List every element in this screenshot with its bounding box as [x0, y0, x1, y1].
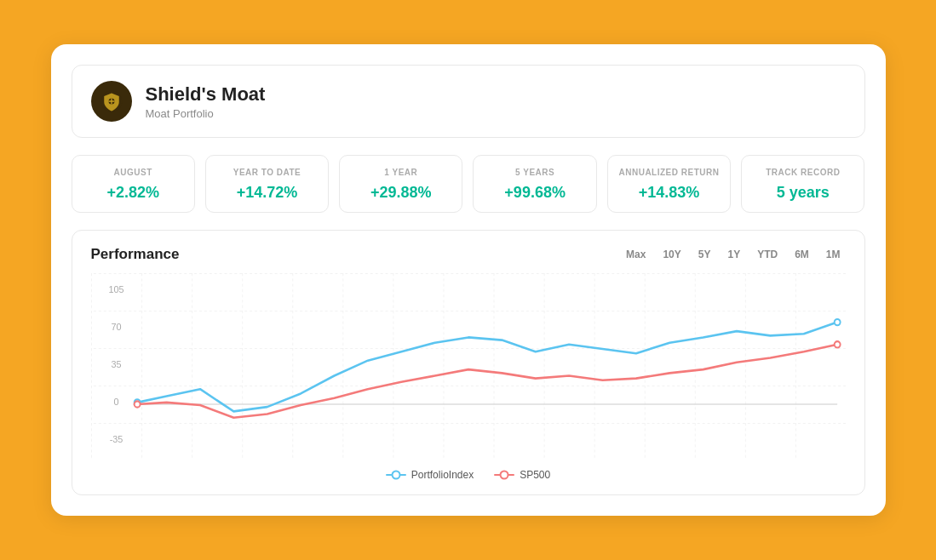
stat-label-august: AUGUST — [83, 168, 184, 177]
stat-value-ytd: +14.72% — [216, 184, 318, 202]
stat-card-track: TRACK RECORD 5 years — [741, 155, 864, 213]
chart-legend: PortfolioIndex SP500 — [91, 469, 846, 481]
time-btn-10y[interactable]: 10Y — [657, 246, 686, 263]
time-btn-ytd[interactable]: YTD — [752, 246, 783, 263]
stat-card-annualized: ANNUALIZED RETURN +14.83% — [607, 155, 731, 213]
time-btn-max[interactable]: Max — [621, 246, 651, 263]
sp500-legend-dot — [494, 474, 514, 476]
svg-text:70: 70 — [111, 322, 121, 332]
svg-text:0: 0 — [113, 397, 118, 407]
header-card: Shield's Moat Moat Portfolio — [72, 65, 865, 138]
svg-text:105: 105 — [108, 284, 123, 294]
performance-card: Performance Max10Y5Y1YYTD6M1M 105 70 35 … — [72, 230, 865, 495]
main-container: Shield's Moat Moat Portfolio AUGUST +2.8… — [51, 44, 886, 516]
svg-rect-2 — [91, 273, 846, 460]
legend-portfolio: PortfolioIndex — [386, 469, 474, 481]
svg-point-10 — [834, 319, 840, 325]
time-btn-5y[interactable]: 5Y — [693, 246, 716, 263]
stat-value-annualized: +14.83% — [618, 184, 720, 202]
chart-area: 105 70 35 0 -35 — [91, 273, 846, 460]
svg-point-11 — [134, 401, 140, 407]
stat-value-track: 5 years — [752, 184, 853, 202]
stats-row: AUGUST +2.82% YEAR TO DATE +14.72% 1 YEA… — [72, 155, 865, 213]
time-btn-1m[interactable]: 1M — [821, 246, 846, 263]
time-buttons: Max10Y5Y1YYTD6M1M — [621, 246, 845, 263]
perf-header: Performance Max10Y5Y1YYTD6M1M — [91, 246, 846, 263]
portfolio-legend-label: PortfolioIndex — [411, 469, 474, 481]
svg-text:35: 35 — [111, 359, 121, 369]
perf-title: Performance — [91, 246, 180, 263]
time-btn-6m[interactable]: 6M — [790, 246, 814, 263]
stat-label-5years: 5 YEARS — [484, 168, 585, 177]
stat-value-1year: +29.88% — [350, 184, 451, 202]
stat-label-annualized: ANNUALIZED RETURN — [618, 168, 720, 177]
stat-card-1year: 1 YEAR +29.88% — [339, 155, 462, 213]
portfolio-subtitle: Moat Portfolio — [146, 107, 266, 120]
logo-avatar — [91, 81, 132, 122]
sp500-legend-label: SP500 — [520, 469, 550, 481]
stat-label-1year: 1 YEAR — [350, 168, 451, 177]
legend-sp500: SP500 — [494, 469, 550, 481]
stat-label-track: TRACK RECORD — [752, 168, 853, 177]
stat-card-ytd: YEAR TO DATE +14.72% — [205, 155, 329, 213]
svg-point-12 — [834, 341, 840, 347]
stat-card-august: AUGUST +2.82% — [72, 155, 195, 213]
chart-svg: 105 70 35 0 -35 — [91, 273, 846, 460]
portfolio-title: Shield's Moat — [146, 83, 266, 106]
stat-value-august: +2.82% — [83, 184, 184, 202]
svg-text:-35: -35 — [109, 434, 123, 444]
stat-value-5years: +99.68% — [484, 184, 585, 202]
portfolio-legend-dot — [386, 474, 406, 476]
stat-card-5years: 5 YEARS +99.68% — [473, 155, 596, 213]
header-text: Shield's Moat Moat Portfolio — [146, 83, 266, 120]
time-btn-1y[interactable]: 1Y — [722, 246, 745, 263]
stat-label-ytd: YEAR TO DATE — [216, 168, 318, 177]
